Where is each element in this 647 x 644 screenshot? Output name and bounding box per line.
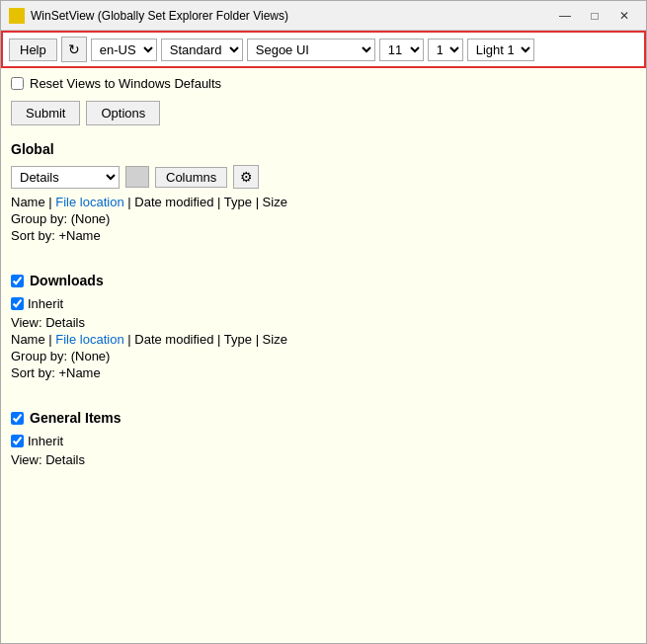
downloads-sort-by: Sort by: +Name <box>11 365 636 380</box>
general-items-section: General Items Inherit View: Details <box>11 410 636 467</box>
global-heading: Global <box>11 141 636 157</box>
window-title: WinSetView (Globally Set Explorer Folder… <box>31 9 551 23</box>
general-items-inherit-label: Inherit <box>28 434 63 448</box>
downloads-inherit-label: Inherit <box>28 296 63 311</box>
help-button[interactable]: Help <box>9 39 57 61</box>
general-items-heading: General Items <box>11 410 636 426</box>
global-gear-button[interactable]: ⚙ <box>233 165 259 189</box>
global-group-by: Group by: (None) <box>11 211 636 226</box>
close-button[interactable]: ✕ <box>610 6 638 26</box>
downloads-inherit-checkbox[interactable] <box>11 297 24 310</box>
refresh-button[interactable]: ↻ <box>61 37 87 62</box>
options-button[interactable]: Options <box>86 101 160 125</box>
downloads-columns-info: Name | File location | Date modified | T… <box>11 332 636 347</box>
general-items-view-label: View: Details <box>11 452 636 467</box>
reset-label: Reset Views to Windows Defaults <box>30 76 221 91</box>
downloads-heading: Downloads <box>11 273 636 288</box>
global-file-location-link[interactable]: File location <box>55 195 123 209</box>
content-area: Reset Views to Windows Defaults Submit O… <box>1 68 646 643</box>
downloads-view-label: View: Details <box>11 315 636 330</box>
language-select[interactable]: en-US fr-FR de-DE <box>91 39 157 61</box>
minimize-button[interactable]: — <box>551 6 579 26</box>
toolbar: Help ↻ en-US fr-FR de-DE Standard Classi… <box>1 31 646 68</box>
global-section: Global Details List Tiles Columns ⚙ Name… <box>11 141 636 243</box>
downloads-inherit-row: Inherit <box>11 296 636 311</box>
font-size-select[interactable]: 9 10 11 12 <box>379 39 424 61</box>
window-controls: — □ ✕ <box>551 6 638 26</box>
reset-row: Reset Views to Windows Defaults <box>11 76 636 91</box>
global-columns-button[interactable]: Columns <box>155 167 227 188</box>
gear-icon: ⚙ <box>240 169 253 185</box>
general-items-checkbox[interactable] <box>11 412 24 425</box>
downloads-section: Downloads Inherit View: Details Name | F… <box>11 273 636 380</box>
general-items-inherit-row: Inherit <box>11 434 636 448</box>
submit-button[interactable]: Submit <box>11 101 80 125</box>
global-controls: Details List Tiles Columns ⚙ <box>11 165 636 189</box>
style-select[interactable]: Standard Classic <box>161 39 243 61</box>
font-select[interactable]: Segoe UI Arial Tahoma <box>247 39 375 61</box>
title-bar: WinSetView (Globally Set Explorer Folder… <box>1 1 646 31</box>
global-sort-by: Sort by: +Name <box>11 228 636 243</box>
app-icon <box>9 8 25 24</box>
downloads-checkbox[interactable] <box>11 275 24 287</box>
downloads-group-by: Group by: (None) <box>11 349 636 363</box>
theme-select[interactable]: Light 1 Light 2 Dark 1 <box>467 39 534 61</box>
global-columns-info: Name | File location | Date modified | T… <box>11 195 636 209</box>
maximize-button[interactable]: □ <box>581 6 608 26</box>
reset-checkbox[interactable] <box>11 77 24 90</box>
global-color-box[interactable] <box>125 166 149 188</box>
global-view-select[interactable]: Details List Tiles <box>11 166 120 189</box>
window: WinSetView (Globally Set Explorer Folder… <box>0 0 647 644</box>
weight-select[interactable]: 1 2 3 <box>428 39 463 61</box>
downloads-file-location-link[interactable]: File location <box>55 332 123 347</box>
general-items-inherit-checkbox[interactable] <box>11 435 24 447</box>
action-buttons: Submit Options <box>11 101 636 125</box>
